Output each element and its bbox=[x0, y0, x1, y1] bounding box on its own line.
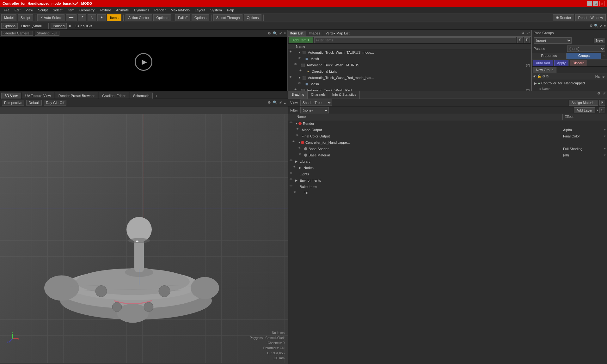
eye-icon[interactable]: 👁 bbox=[299, 69, 304, 74]
eye-icon[interactable]: 👁 bbox=[298, 146, 304, 151]
viewport-canvas[interactable]: X Y Z No Items Polygons : Catmull-Clark … bbox=[0, 114, 288, 364]
menu-geometry[interactable]: Geometry bbox=[77, 8, 97, 13]
eye-icon[interactable]: 👁 bbox=[292, 140, 297, 145]
items-button[interactable]: Items bbox=[107, 14, 121, 21]
tab-schematic[interactable]: Schematic bbox=[130, 93, 153, 99]
menu-layout[interactable]: Layout bbox=[192, 8, 208, 13]
base-shader-arrow-icon[interactable]: ▾ bbox=[604, 147, 606, 150]
shader-row[interactable]: 👁 ▼ Render bbox=[288, 120, 607, 127]
filter-items-input[interactable]: Filter Items bbox=[314, 37, 516, 43]
eye-icon[interactable]: 👁 bbox=[293, 191, 298, 196]
group-expand-icon[interactable]: ▶ bbox=[534, 82, 537, 85]
new-group-button[interactable]: New Group bbox=[533, 67, 556, 73]
base-material-arrow-icon[interactable]: ▾ bbox=[604, 154, 606, 157]
falloff-button[interactable]: Falloff bbox=[175, 14, 190, 21]
item-row[interactable]: 👁 ▦ Mesh bbox=[288, 56, 531, 62]
expand-icon[interactable]: ▼ bbox=[298, 141, 301, 144]
tab-channels[interactable]: Channels bbox=[308, 91, 329, 99]
menu-item[interactable]: Item bbox=[65, 8, 77, 13]
menu-system[interactable]: System bbox=[208, 8, 224, 13]
model-button[interactable]: Model bbox=[1, 14, 16, 21]
menu-file[interactable]: File bbox=[1, 8, 12, 13]
expand-icon[interactable]: ▼ bbox=[298, 51, 302, 54]
expand-icon[interactable]: ▶ bbox=[299, 166, 302, 169]
render-window-button[interactable]: Render Window bbox=[575, 14, 606, 21]
tab-3d-view[interactable]: 3D View bbox=[1, 93, 21, 99]
default-button[interactable]: Default bbox=[26, 100, 42, 106]
menu-help[interactable]: Help bbox=[224, 8, 237, 13]
apply-button[interactable]: Apply bbox=[554, 60, 569, 66]
raygl-button[interactable]: Ray GL: Off bbox=[44, 100, 66, 106]
eye-icon[interactable]: 👁 bbox=[289, 50, 294, 55]
shader-row[interactable]: 👁 ▶ Environments bbox=[288, 177, 607, 184]
settings2-icon[interactable]: ⚙ bbox=[542, 74, 545, 78]
shader-row[interactable]: 👁 Alpha Output Alpha ▾ bbox=[288, 127, 607, 133]
eye-icon[interactable]: 👁 bbox=[298, 82, 303, 87]
add-tab-button[interactable]: + bbox=[153, 93, 159, 99]
shader-row[interactable]: 👁 Bake Items bbox=[288, 184, 607, 190]
expand-icon[interactable]: ▶ bbox=[295, 160, 298, 163]
item-row[interactable]: 👁 ☀ Directional Light bbox=[288, 68, 531, 75]
eye-icon[interactable]: 👁 bbox=[290, 121, 295, 126]
options-btn-3[interactable]: Options bbox=[244, 14, 261, 21]
item-row[interactable]: 👁 ▼ ⬛ Automatic_Truck_Wash_Red_modo_bas.… bbox=[288, 75, 531, 81]
shading-f-button[interactable]: F bbox=[599, 100, 605, 106]
menu-edit[interactable]: Edit bbox=[12, 8, 23, 13]
item-row[interactable]: 👁 ⬛ Automatic_Truck_Wash_TAURUS (2) bbox=[288, 62, 531, 68]
tab-vertex-map[interactable]: Vertex Map List bbox=[323, 31, 352, 36]
eye-icon[interactable]: 👁 bbox=[298, 153, 304, 158]
tab-render-preset[interactable]: Render Preset Browser bbox=[55, 93, 98, 99]
filter-select[interactable]: (none) bbox=[300, 107, 329, 113]
effect-arrow2-icon[interactable]: ▾ bbox=[604, 135, 606, 138]
duplicate-icon[interactable]: ⧉ bbox=[546, 74, 549, 78]
eye-icon[interactable]: 👁 bbox=[290, 184, 295, 189]
eye-icon[interactable]: 👁 bbox=[294, 63, 299, 68]
tab-gradient-editor[interactable]: Gradient Editor bbox=[99, 93, 129, 99]
pass-groups-select[interactable]: (none) bbox=[534, 37, 572, 44]
menu-animate[interactable]: Animate bbox=[113, 8, 131, 13]
move-icon-btn[interactable]: ⟵ bbox=[66, 14, 77, 21]
tab-images[interactable]: Images bbox=[306, 31, 323, 36]
paused-button[interactable]: Paused bbox=[51, 23, 67, 29]
menu-select[interactable]: Select bbox=[50, 8, 65, 13]
item-row[interactable]: 👁 ▦ Mesh bbox=[288, 81, 531, 87]
menu-maxtomodo[interactable]: MaxToModo bbox=[168, 8, 192, 13]
timeline-progress-bar[interactable] bbox=[0, 363, 288, 364]
shader-row[interactable]: 👁 Lights bbox=[288, 171, 607, 177]
tab-groups[interactable]: Groups bbox=[567, 53, 601, 59]
auto-select-button[interactable]: ✓ Auto Select bbox=[37, 14, 64, 21]
select-through-button[interactable]: Select Through bbox=[213, 14, 242, 21]
effect-arrow-icon[interactable]: ▾ bbox=[604, 128, 606, 131]
play-button-container[interactable]: ▶ bbox=[135, 53, 152, 71]
menu-sculpt[interactable]: Sculpt bbox=[35, 8, 50, 13]
eye-icon[interactable]: 👁 bbox=[296, 134, 301, 139]
s-button[interactable]: S bbox=[517, 37, 523, 43]
rotate-icon-btn[interactable]: ↺ bbox=[78, 14, 86, 21]
shader-row[interactable]: 👁 FX bbox=[288, 190, 607, 196]
options-secondary-btn[interactable]: Options bbox=[1, 23, 18, 29]
expand-icon[interactable]: ▼ bbox=[298, 76, 302, 80]
eye-toggle-icon[interactable]: 👁 bbox=[533, 75, 536, 78]
shader-row[interactable]: 👁 ▶ Library bbox=[288, 158, 607, 165]
groups-add-icon[interactable]: + bbox=[601, 53, 607, 59]
assign-material-button[interactable]: Assign Material bbox=[569, 100, 598, 106]
eye-icon[interactable]: 👁 bbox=[298, 56, 303, 61]
shader-row[interactable]: 👁 Final Color Output Final Color ▾ bbox=[288, 133, 607, 139]
f-button[interactable]: F bbox=[524, 37, 530, 43]
expand-icon[interactable]: ▶ bbox=[295, 179, 298, 182]
perspective-button[interactable]: Perspective bbox=[2, 100, 24, 106]
eye-icon[interactable]: 👁 bbox=[290, 172, 295, 177]
eye-icon[interactable]: 👁 bbox=[290, 159, 295, 164]
maximize-button[interactable]: □ bbox=[593, 1, 598, 6]
menu-dynamics[interactable]: Dynamics bbox=[132, 8, 152, 13]
tab-item-list[interactable]: Item List bbox=[288, 31, 306, 36]
tab-properties[interactable]: Properties bbox=[532, 53, 567, 59]
eye-icon[interactable]: 👁 bbox=[289, 75, 294, 80]
eye-icon[interactable]: 👁 bbox=[294, 88, 299, 91]
tab-info-statistics[interactable]: Info & Statistics bbox=[329, 91, 360, 99]
minimize-button[interactable]: — bbox=[587, 1, 592, 6]
close-button[interactable]: ✕ bbox=[599, 1, 604, 6]
discard-button[interactable]: Discard bbox=[570, 60, 587, 66]
add-layer-button[interactable]: Add Layer bbox=[574, 107, 595, 113]
group-row[interactable]: ▶ ■ Controller_for_Handicapped bbox=[532, 80, 607, 87]
